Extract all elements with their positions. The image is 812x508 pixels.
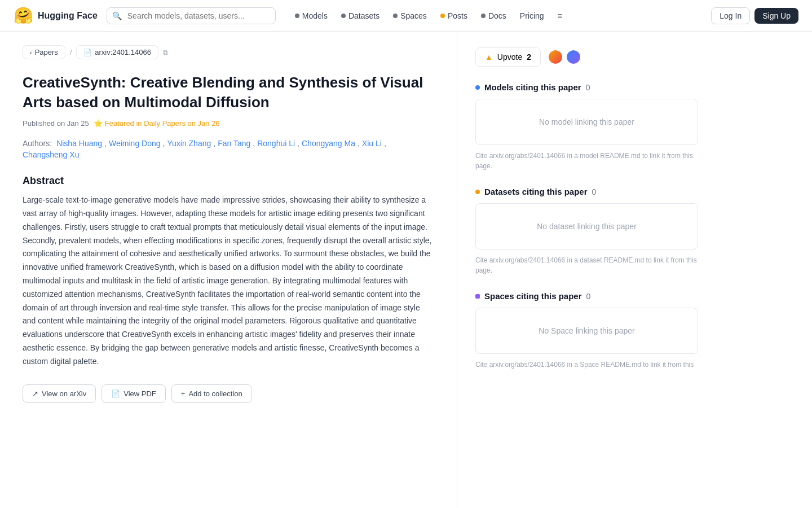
nav-link-pricing[interactable]: Pricing — [514, 8, 550, 24]
abstract-title: Abstract — [23, 175, 434, 187]
breadcrumb-papers-link[interactable]: ‹ Papers — [23, 45, 65, 59]
models-dot — [475, 85, 480, 90]
models-section-title: Models citing this paper — [484, 82, 581, 92]
authors-row: Authors: Nisha Huang, Weiming Dong, Yuxi… — [23, 139, 434, 159]
document-icon: 📄 — [83, 49, 92, 56]
view-pdf-button[interactable]: 📄 View PDF — [102, 384, 166, 403]
breadcrumb-arxiv: 📄 arxiv:2401.14066 — [76, 45, 158, 59]
logo-emoji: 🤗 — [14, 6, 33, 25]
datasets-cite-hint: Cite arxiv.org/abs/2401.14066 in a datas… — [475, 255, 698, 275]
nav-link-spaces-label: Spaces — [400, 11, 427, 20]
upvote-count: 2 — [527, 52, 531, 62]
upvote-triangle-icon: ▲ — [485, 52, 493, 62]
spaces-dot — [475, 294, 480, 299]
navbar: 🤗 Hugging Face 🔍 Models Datasets Spaces … — [0, 0, 812, 32]
logo-link[interactable]: 🤗 Hugging Face — [14, 6, 98, 25]
spaces-empty-box: No Space linking this paper — [475, 308, 698, 354]
upvote-button[interactable]: ▲ Upvote 2 — [475, 47, 541, 67]
breadcrumb-separator: / — [70, 49, 72, 56]
datasets-section-title: Datasets citing this paper — [484, 187, 588, 196]
breadcrumb: ‹ Papers / 📄 arxiv:2401.14066 ⧉ — [23, 45, 434, 59]
add-icon: + — [181, 389, 186, 398]
nav-link-datasets-label: Datasets — [348, 11, 379, 20]
nav-link-posts[interactable]: Posts — [435, 8, 473, 24]
star-icon: ⭐ — [94, 119, 103, 128]
upvote-label: Upvote — [497, 52, 522, 62]
nav-link-posts-label: Posts — [448, 11, 467, 20]
spaces-empty-text: No Space linking this paper — [539, 326, 634, 335]
add-collection-label: Add to collection — [188, 389, 242, 398]
login-button[interactable]: Log In — [711, 7, 750, 24]
view-arxiv-button[interactable]: ↗ View on arXiv — [23, 384, 96, 403]
abstract-text: Large-scale text-to-image generative mod… — [23, 194, 434, 368]
upvote-section: ▲ Upvote 2 — [475, 47, 698, 67]
publish-date: Published on Jan 25 — [23, 119, 89, 128]
breadcrumb-arxiv-id: arxiv:2401.14066 — [95, 48, 151, 56]
search-icon: 🔍 — [112, 11, 122, 20]
nav-more-button[interactable]: ≡ — [552, 8, 568, 24]
paper-meta: Published on Jan 25 ⭐ Featured in Daily … — [23, 119, 434, 128]
datasets-section-count: 0 — [592, 187, 597, 196]
nav-link-docs[interactable]: Docs — [475, 8, 512, 24]
spaces-dot — [393, 14, 398, 18]
nav-link-models[interactable]: Models — [289, 8, 333, 24]
signup-button[interactable]: Sign Up — [754, 8, 798, 24]
featured-text: Featured in Daily Papers on Jan 26 — [105, 119, 220, 128]
nav-link-pricing-label: Pricing — [520, 11, 544, 20]
search-container: 🔍 — [107, 7, 276, 24]
spaces-section: Spaces citing this paper 0 No Space link… — [475, 291, 698, 370]
models-empty-text: No model linking this paper — [539, 117, 634, 126]
datasets-section: Datasets citing this paper 0 No dataset … — [475, 187, 698, 275]
sidebar: ▲ Upvote 2 Models citing this paper 0 — [457, 32, 716, 508]
models-section-header: Models citing this paper 0 — [475, 82, 698, 92]
breadcrumb-papers-label: Papers — [35, 48, 58, 56]
datasets-empty-text: No dataset linking this paper — [537, 222, 637, 231]
voter-avatars — [548, 49, 581, 65]
authors-label: Authors: — [23, 139, 52, 148]
author-yuxin-zhang[interactable]: Yuxin Zhang — [167, 139, 211, 148]
models-section: Models citing this paper 0 No model link… — [475, 82, 698, 171]
paper-title: CreativeSynth: Creative Blending and Syn… — [23, 73, 434, 112]
voter-avatar-1 — [548, 49, 563, 65]
page-layout: ‹ Papers / 📄 arxiv:2401.14066 ⧉ Creative… — [0, 32, 812, 508]
models-section-count: 0 — [586, 83, 590, 92]
pdf-icon: 📄 — [111, 389, 120, 398]
spaces-section-count: 0 — [586, 292, 591, 301]
add-collection-button[interactable]: + Add to collection — [171, 384, 252, 403]
spaces-cite-hint: Cite arxiv.org/abs/2401.14066 in a Space… — [475, 360, 698, 370]
datasets-dot — [341, 14, 346, 18]
author-ronghui-li[interactable]: Ronghui Li — [257, 139, 295, 148]
nav-link-docs-label: Docs — [488, 11, 506, 20]
view-pdf-label: View PDF — [123, 389, 156, 398]
chevron-left-icon: ‹ — [30, 49, 32, 56]
nav-link-datasets[interactable]: Datasets — [336, 8, 385, 24]
copy-icon[interactable]: ⧉ — [163, 49, 168, 56]
author-changsheng-xu[interactable]: Changsheng Xu — [23, 150, 79, 159]
author-weiming-dong[interactable]: Weiming Dong — [109, 139, 161, 148]
spaces-section-title: Spaces citing this paper — [484, 291, 582, 301]
models-dot — [295, 14, 299, 18]
nav-links: Models Datasets Spaces Posts Docs Pricin… — [289, 8, 711, 24]
arxiv-icon: ↗ — [32, 389, 38, 398]
posts-dot — [440, 14, 445, 18]
nav-link-spaces[interactable]: Spaces — [387, 8, 433, 24]
paper-actions: ↗ View on arXiv 📄 View PDF + Add to coll… — [23, 384, 434, 403]
voter-avatar-2 — [566, 49, 581, 65]
nav-right: Log In Sign Up — [711, 7, 798, 24]
models-empty-box: No model linking this paper — [475, 99, 698, 145]
author-xiu-li[interactable]: Xiu Li — [362, 139, 382, 148]
logo-text: Hugging Face — [38, 11, 98, 21]
models-cite-hint: Cite arxiv.org/abs/2401.14066 in a model… — [475, 151, 698, 171]
view-arxiv-label: View on arXiv — [42, 389, 86, 398]
datasets-section-header: Datasets citing this paper 0 — [475, 187, 698, 196]
author-fan-tang[interactable]: Fan Tang — [218, 139, 250, 148]
nav-link-models-label: Models — [302, 11, 328, 20]
author-nisha-huang[interactable]: Nisha Huang — [56, 139, 102, 148]
datasets-dot — [475, 190, 480, 194]
author-chongyang-ma[interactable]: Chongyang Ma — [302, 139, 355, 148]
spaces-section-header: Spaces citing this paper 0 — [475, 291, 698, 301]
search-input[interactable] — [107, 7, 276, 24]
main-content: ‹ Papers / 📄 arxiv:2401.14066 ⧉ Creative… — [0, 32, 457, 508]
featured-badge: ⭐ Featured in Daily Papers on Jan 26 — [94, 119, 220, 128]
datasets-empty-box: No dataset linking this paper — [475, 203, 698, 249]
